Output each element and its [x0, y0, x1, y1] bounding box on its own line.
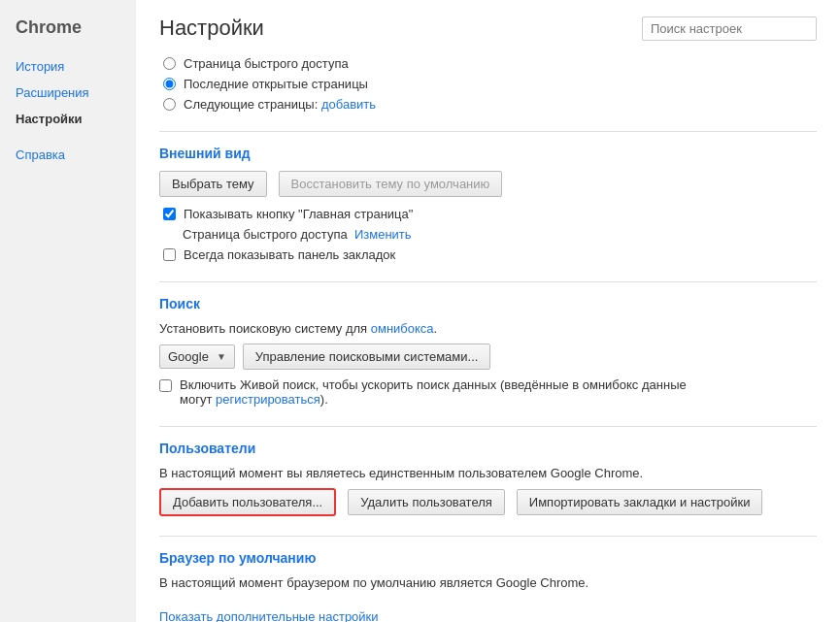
import-bookmarks-button[interactable]: Импортировать закладки и настройки	[517, 489, 763, 515]
sidebar: Chrome История Расширения Настройки Спра…	[0, 0, 136, 622]
add-user-button[interactable]: Добавить пользователя...	[159, 488, 336, 516]
search-engine-dropdown[interactable]: Google ▼	[159, 344, 235, 369]
show-home-row: Показывать кнопку "Главная страница"	[159, 207, 817, 221]
show-home-label: Показывать кнопку "Главная страница"	[184, 207, 413, 221]
live-search-row: Включить Живой поиск, чтобы ускорить пои…	[159, 377, 817, 407]
appearance-title: Внешний вид	[159, 146, 817, 161]
page-title: Настройки	[159, 16, 264, 41]
brand-logo: Chrome	[0, 10, 136, 53]
sidebar-item-help[interactable]: Справка	[0, 142, 136, 168]
show-home-checkbox[interactable]	[163, 208, 176, 220]
users-title: Пользователи	[159, 441, 817, 456]
quick-access-link[interactable]: Изменить	[354, 227, 412, 242]
choose-theme-button[interactable]: Выбрать тему	[159, 171, 267, 197]
show-bookmarks-checkbox[interactable]	[163, 248, 176, 261]
users-buttons: Добавить пользователя... Удалить пользов…	[159, 488, 817, 516]
show-bookmarks-label: Всегда показывать панель закладок	[184, 247, 395, 262]
sidebar-item-settings[interactable]: Настройки	[0, 106, 136, 132]
default-browser-section: Браузер по умолчанию В настоящий момент …	[159, 550, 817, 590]
startup-option1-label: Страница быстрого доступа	[184, 56, 349, 71]
startup-option2-label: Последние открытые страницы	[184, 77, 368, 91]
main-content: Настройки Страница быстрого доступа Посл…	[136, 0, 840, 622]
search-title: Поиск	[159, 296, 817, 311]
separator-4	[159, 536, 817, 537]
appearance-section: Внешний вид Выбрать тему Восстановить те…	[159, 146, 817, 262]
default-browser-title: Браузер по умолчанию	[159, 550, 817, 566]
sidebar-item-history[interactable]: История	[0, 53, 136, 80]
separator-3	[159, 426, 817, 427]
startup-option2-row: Последние открытые страницы	[159, 77, 817, 91]
search-engine-row: Google ▼ Управление поисковыми системами…	[159, 344, 817, 370]
startup-radio-2[interactable]	[163, 78, 176, 90]
sidebar-divider	[0, 132, 136, 142]
default-browser-info: В настоящий момент браузером по умолчани…	[159, 575, 817, 590]
startup-add-link[interactable]: добавить	[321, 97, 376, 112]
delete-user-button[interactable]: Удалить пользователя	[348, 489, 505, 515]
sidebar-item-extensions[interactable]: Расширения	[0, 80, 136, 106]
appearance-buttons: Выбрать тему Восстановить тему по умолча…	[159, 171, 817, 197]
startup-option1-row: Страница быстрого доступа	[159, 56, 817, 71]
show-more-row: Показать дополнительные настройки	[159, 609, 817, 622]
startup-radio-1[interactable]	[163, 57, 176, 70]
omnibox-link[interactable]: омнибокса	[371, 321, 434, 336]
search-section: Поиск Установить поисковую систему для о…	[159, 296, 817, 407]
quick-access-row: Страница быстрого доступа Изменить	[159, 227, 817, 242]
startup-option3-row: Следующие страницы: добавить	[159, 97, 817, 112]
main-header: Настройки	[159, 16, 817, 41]
startup-radio-3[interactable]	[163, 98, 176, 111]
separator-1	[159, 131, 817, 132]
users-info: В настоящий момент вы являетесь единстве…	[159, 466, 817, 480]
live-search-label: Включить Живой поиск, чтобы ускорить пои…	[180, 377, 704, 407]
startup-section: Страница быстрого доступа Последние откр…	[159, 56, 817, 112]
startup-option3-label: Следующие страницы: добавить	[184, 97, 376, 112]
quick-access-label: Страница быстрого доступа Изменить	[183, 227, 412, 242]
register-link[interactable]: регистрироваться	[216, 392, 320, 407]
live-search-checkbox[interactable]	[159, 379, 172, 392]
search-description: Установить поисковую систему для омнибок…	[159, 321, 817, 336]
restore-theme-button[interactable]: Восстановить тему по умолчанию	[279, 171, 503, 197]
separator-2	[159, 281, 817, 282]
dropdown-arrow-icon: ▼	[217, 351, 226, 362]
search-input[interactable]	[642, 16, 817, 41]
users-section: Пользователи В настоящий момент вы являе…	[159, 441, 817, 516]
show-bookmarks-row: Всегда показывать панель закладок	[159, 247, 817, 262]
show-more-link[interactable]: Показать дополнительные настройки	[159, 609, 379, 622]
manage-search-button[interactable]: Управление поисковыми системами...	[243, 344, 491, 370]
